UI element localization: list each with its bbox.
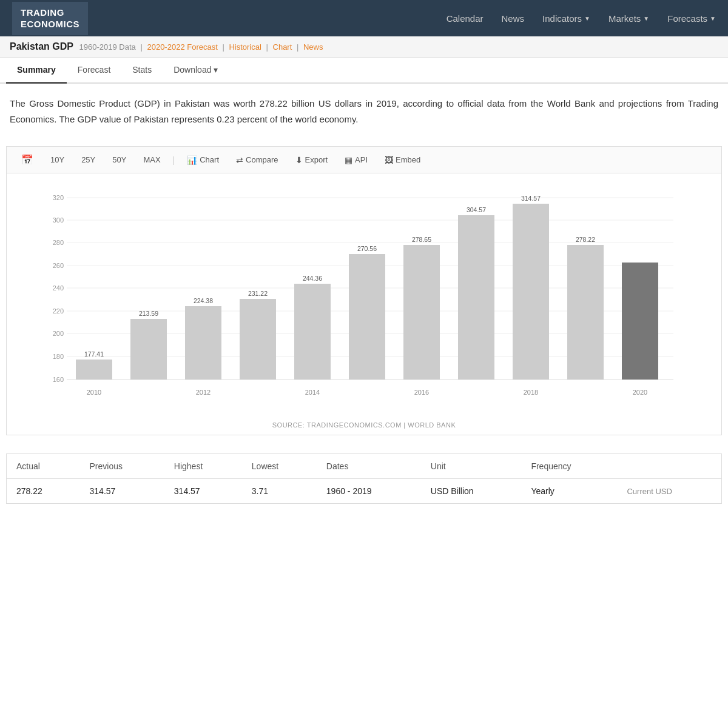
navbar: TRADING ECONOMICS Calendar News Indicato… — [0, 0, 728, 36]
tab-summary[interactable]: Summary — [6, 58, 67, 84]
svg-text:2016: 2016 — [414, 389, 429, 396]
data-table-wrap: Actual Previous Highest Lowest Dates Uni… — [6, 453, 722, 504]
cell-lowest: 3.71 — [242, 479, 317, 504]
tab-stats[interactable]: Stats — [121, 58, 163, 84]
embed-icon: 🖼 — [385, 155, 393, 165]
svg-text:300: 300 — [53, 216, 64, 224]
logo[interactable]: TRADING ECONOMICS — [12, 2, 88, 35]
chart-source: SOURCE: TRADINGECONOMICS.COM | WORLD BAN… — [13, 421, 715, 429]
compare-icon: ⇄ — [236, 155, 243, 165]
bar-chart: 160 180 200 220 240 260 280 300 320 177.… — [13, 186, 715, 416]
svg-text:180: 180 — [53, 353, 64, 360]
bar-2011 — [130, 319, 167, 380]
svg-text:231.22: 231.22 — [248, 290, 268, 297]
cell-unit: USD Billion — [421, 479, 522, 504]
bar-2019 — [567, 245, 604, 380]
sep: | — [266, 42, 271, 52]
breadcrumb-news[interactable]: News — [303, 42, 323, 52]
cell-frequency: Yearly — [521, 479, 617, 504]
svg-text:320: 320 — [53, 194, 64, 201]
data-table: Actual Previous Highest Lowest Dates Uni… — [7, 454, 721, 503]
col-actual: Actual — [7, 454, 80, 479]
svg-text:278.65: 278.65 — [412, 236, 431, 243]
bar-2014 — [294, 284, 331, 380]
svg-text:2020: 2020 — [633, 389, 647, 396]
svg-text:240: 240 — [53, 284, 64, 292]
api-icon: ▦ — [345, 155, 352, 165]
breadcrumb-chart[interactable]: Chart — [273, 42, 292, 52]
col-unit: Unit — [421, 454, 522, 479]
svg-text:2012: 2012 — [196, 389, 211, 396]
bar-2017 — [458, 215, 494, 380]
range-50y[interactable]: 50Y — [106, 153, 132, 167]
svg-text:270.56: 270.56 — [357, 245, 377, 252]
bar-2016 — [403, 245, 440, 380]
svg-text:314.57: 314.57 — [521, 195, 541, 202]
bar-chart-icon: 📊 — [187, 155, 197, 165]
breadcrumb-forecast[interactable]: 2020-2022 Forecast — [147, 42, 217, 52]
svg-text:2018: 2018 — [524, 389, 538, 396]
cell-dates: 1960 - 2019 — [317, 479, 421, 504]
tab-forecast[interactable]: Forecast — [67, 58, 121, 84]
bar-2020 — [622, 263, 658, 380]
svg-text:280: 280 — [53, 239, 64, 246]
range-25y[interactable]: 25Y — [75, 153, 101, 167]
nav-links: Calendar News Indicators ▼ Markets ▼ For… — [447, 13, 716, 24]
export-icon: ⬇ — [295, 155, 303, 165]
range-max[interactable]: MAX — [137, 153, 166, 167]
nav-forecasts[interactable]: Forecasts ▼ — [667, 13, 716, 24]
svg-text:244.36: 244.36 — [303, 275, 322, 282]
bar-2010 — [76, 360, 112, 380]
calendar-icon: 📅 — [15, 152, 39, 168]
svg-text:177.41: 177.41 — [84, 350, 104, 358]
col-frequency: Frequency — [521, 454, 617, 479]
chevron-down-icon: ▼ — [710, 15, 716, 22]
compare-button[interactable]: ⇄ Compare — [230, 153, 284, 167]
breadcrumb-data: 1960-2019 Data — [79, 42, 136, 52]
chart-area: 160 180 200 220 240 260 280 300 320 177.… — [13, 186, 715, 418]
svg-text:160: 160 — [53, 376, 64, 383]
tab-download[interactable]: Download ▾ — [163, 58, 229, 84]
logo-line1: TRADING — [21, 7, 79, 19]
svg-text:304.57: 304.57 — [467, 206, 486, 213]
svg-text:278.22: 278.22 — [576, 236, 595, 243]
svg-text:224.38: 224.38 — [194, 297, 213, 304]
chevron-down-icon: ▾ — [214, 65, 218, 75]
sep: | — [297, 42, 301, 52]
col-dates: Dates — [317, 454, 421, 479]
description: The Gross Domestic Product (GDP) in Paki… — [0, 84, 728, 139]
svg-text:213.59: 213.59 — [139, 310, 158, 317]
col-previous: Previous — [80, 454, 164, 479]
svg-text:260: 260 — [53, 262, 64, 269]
breadcrumb: Pakistan GDP 1960-2019 Data | 2020-2022 … — [0, 36, 728, 58]
breadcrumb-historical[interactable]: Historical — [229, 42, 261, 52]
sep: | — [140, 42, 144, 52]
sep: | — [222, 42, 226, 52]
page-title: Pakistan GDP — [10, 41, 73, 52]
nav-calendar[interactable]: Calendar — [447, 13, 484, 24]
table-row: 278.22 314.57 314.57 3.71 1960 - 2019 US… — [7, 479, 721, 504]
nav-news[interactable]: News — [502, 13, 525, 24]
bar-2013 — [240, 299, 276, 380]
cell-actual: 278.22 — [7, 479, 80, 504]
cell-previous: 314.57 — [80, 479, 164, 504]
logo-line2: ECONOMICS — [21, 18, 79, 30]
svg-text:2014: 2014 — [305, 389, 320, 396]
svg-text:200: 200 — [53, 330, 64, 337]
svg-text:220: 220 — [53, 307, 64, 315]
export-button[interactable]: ⬇ Export — [289, 153, 334, 167]
col-lowest: Lowest — [242, 454, 317, 479]
chevron-down-icon: ▼ — [643, 15, 649, 22]
embed-button[interactable]: 🖼 Embed — [379, 153, 426, 167]
bar-2018 — [513, 204, 549, 380]
col-extra — [617, 454, 721, 479]
tabs-bar: Summary Forecast Stats Download ▾ — [0, 58, 728, 84]
nav-indicators[interactable]: Indicators ▼ — [542, 13, 590, 24]
chevron-down-icon: ▼ — [584, 15, 590, 22]
nav-markets[interactable]: Markets ▼ — [608, 13, 649, 24]
chart-button[interactable]: 📊 Chart — [181, 153, 225, 167]
api-button[interactable]: ▦ API — [339, 153, 374, 167]
range-10y[interactable]: 10Y — [44, 153, 70, 167]
svg-text:2010: 2010 — [87, 389, 101, 396]
chart-toolbar: 📅 10Y 25Y 50Y MAX | 📊 Chart ⇄ Compare ⬇ … — [6, 146, 722, 173]
